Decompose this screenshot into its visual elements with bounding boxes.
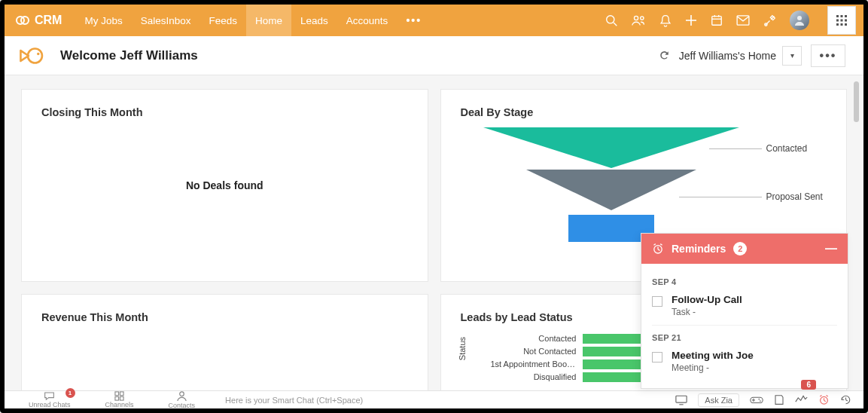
svg-line-46 bbox=[820, 396, 821, 397]
funnel-segment[interactable] bbox=[483, 127, 739, 168]
brand-icon bbox=[15, 13, 30, 28]
page-title: Welcome Jeff Williams bbox=[60, 48, 198, 63]
search-icon[interactable] bbox=[605, 14, 618, 27]
svg-line-30 bbox=[660, 244, 662, 246]
bottom-tab-contacts[interactable]: Contacts bbox=[160, 391, 205, 409]
lead-label: 1st Appointment Book... bbox=[491, 359, 583, 369]
svg-rect-19 bbox=[841, 20, 843, 22]
home-dropdown-label: Jeff Williams's Home bbox=[679, 50, 776, 62]
svg-point-14 bbox=[797, 16, 802, 20]
scrollbar[interactable] bbox=[854, 81, 859, 122]
alarm-icon[interactable] bbox=[818, 394, 830, 405]
note-icon[interactable] bbox=[774, 394, 784, 405]
reminders-count-badge: 2 bbox=[733, 242, 747, 255]
mail-icon[interactable] bbox=[736, 15, 750, 26]
svg-rect-33 bbox=[115, 396, 119, 400]
nav-item-salesinbox[interactable]: SalesInbox bbox=[132, 5, 200, 36]
home-dropdown[interactable]: Jeff Williams's Home ▾ bbox=[679, 46, 802, 66]
reminders-panel: Reminders 2 — SEP 4Follow-Up CallTask -S… bbox=[641, 233, 848, 389]
svg-line-3 bbox=[614, 23, 617, 26]
svg-point-5 bbox=[641, 16, 644, 19]
people-icon[interactable] bbox=[632, 14, 646, 27]
svg-line-47 bbox=[827, 396, 828, 397]
funnel-label: Proposal Sent bbox=[766, 191, 823, 202]
nav-item-accounts[interactable]: Accounts bbox=[337, 5, 397, 36]
reminder-title: Follow-Up Call bbox=[672, 294, 742, 305]
nav-more-icon[interactable]: ••• bbox=[397, 14, 431, 26]
svg-point-24 bbox=[28, 48, 42, 63]
svg-line-45 bbox=[824, 400, 826, 402]
refresh-icon[interactable] bbox=[659, 50, 670, 61]
funnel-segment[interactable] bbox=[526, 170, 696, 210]
card-title: Closing This Month bbox=[41, 106, 408, 118]
reminder-checkbox[interactable] bbox=[652, 296, 662, 307]
svg-rect-21 bbox=[836, 23, 839, 26]
bottom-tab-label: Contacts bbox=[169, 402, 196, 409]
svg-point-2 bbox=[607, 15, 614, 23]
svg-rect-23 bbox=[845, 23, 847, 26]
calendar-icon[interactable] bbox=[711, 14, 723, 26]
ask-zia-button[interactable]: Ask Zia bbox=[698, 393, 739, 407]
fish-icon bbox=[18, 45, 47, 66]
card-revenue-this-month: Revenue This Month bbox=[21, 294, 428, 390]
nav-item-myjobs[interactable]: My Jobs bbox=[75, 5, 131, 36]
subheader: Welcome Jeff Williams Jeff Williams's Ho… bbox=[5, 36, 863, 75]
nav-item-feeds[interactable]: Feeds bbox=[200, 5, 247, 36]
svg-rect-34 bbox=[120, 396, 123, 400]
svg-line-29 bbox=[653, 244, 655, 246]
plus-icon[interactable] bbox=[685, 14, 697, 26]
card-closing-this-month: Closing This Month No Deals found bbox=[21, 89, 428, 282]
brand[interactable]: CRM bbox=[15, 13, 62, 28]
chat-icon bbox=[44, 391, 55, 401]
svg-point-42 bbox=[760, 400, 761, 402]
svg-rect-12 bbox=[737, 16, 749, 25]
tools-icon[interactable] bbox=[763, 14, 776, 27]
reminder-subtitle: Task - bbox=[672, 307, 742, 317]
lead-label: Not Contacted bbox=[491, 347, 583, 356]
bottom-bar: 1Unread ChatsChannelsContacts Here is yo… bbox=[5, 390, 863, 408]
card-title: Deal By Stage bbox=[461, 106, 827, 118]
nav-item-leads[interactable]: Leads bbox=[291, 5, 337, 36]
svg-rect-31 bbox=[115, 392, 119, 396]
nav-item-home[interactable]: Home bbox=[246, 5, 291, 36]
bottom-tab-label: Unread Chats bbox=[29, 401, 71, 408]
bell-icon[interactable] bbox=[659, 14, 672, 27]
svg-rect-17 bbox=[845, 15, 847, 17]
svg-rect-16 bbox=[841, 15, 843, 17]
more-button[interactable]: ••• bbox=[811, 44, 845, 67]
reminders-header[interactable]: Reminders 2 — bbox=[641, 234, 848, 264]
reminder-subtitle: Meeting - bbox=[672, 363, 754, 373]
svg-rect-8 bbox=[712, 17, 721, 26]
nav-items: My Jobs SalesInbox Feeds Home Leads Acco… bbox=[75, 5, 431, 36]
avatar[interactable] bbox=[790, 11, 809, 30]
top-nav: CRM My Jobs SalesInbox Feeds Home Leads … bbox=[5, 5, 863, 36]
brand-text: CRM bbox=[35, 14, 62, 27]
person-icon bbox=[177, 391, 187, 402]
svg-point-25 bbox=[37, 52, 39, 54]
bottom-tab-label: Channels bbox=[105, 401, 134, 408]
minimize-icon[interactable]: — bbox=[825, 242, 837, 255]
svg-point-4 bbox=[634, 16, 638, 20]
apps-grid-icon[interactable] bbox=[827, 6, 856, 35]
nav-icon-group bbox=[605, 6, 856, 35]
smart-chat-hint[interactable]: Here is your Smart Chat (Ctrl+Space) bbox=[225, 396, 363, 405]
reminder-title: Meeting with Joe bbox=[672, 350, 754, 361]
reminder-checkbox[interactable] bbox=[652, 352, 662, 363]
chevron-down-icon: ▾ bbox=[782, 46, 802, 66]
reminder-item[interactable]: Follow-Up CallTask - bbox=[652, 291, 837, 326]
monitor-icon[interactable] bbox=[675, 395, 687, 405]
gamepad-icon[interactable] bbox=[750, 395, 763, 405]
bottom-tab-channels[interactable]: Channels bbox=[96, 391, 143, 408]
history-icon[interactable] bbox=[840, 394, 851, 405]
svg-rect-36 bbox=[676, 396, 687, 402]
alarm-icon bbox=[652, 243, 664, 255]
activity-icon[interactable] bbox=[795, 395, 808, 405]
reminder-item[interactable]: Meeting with JoeMeeting - bbox=[652, 347, 837, 381]
y-axis-label: Status bbox=[458, 337, 467, 360]
svg-rect-22 bbox=[841, 23, 843, 26]
svg-rect-18 bbox=[836, 20, 839, 22]
svg-point-41 bbox=[758, 399, 760, 400]
badge: 1 bbox=[65, 388, 75, 398]
bottom-tab-unread-chats[interactable]: 1Unread Chats bbox=[20, 391, 80, 408]
funnel-label: Contacted bbox=[766, 143, 808, 154]
